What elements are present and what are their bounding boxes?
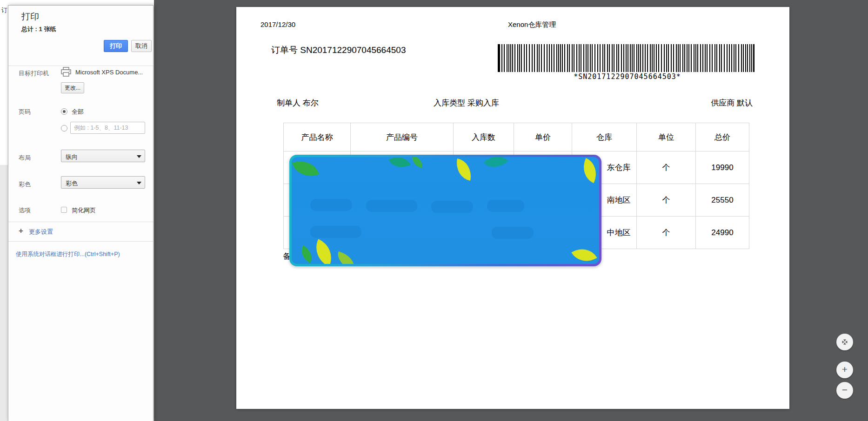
column-header: 入库数 [454, 123, 514, 151]
barcode [498, 44, 757, 72]
column-header: 仓库 [572, 123, 637, 151]
barcode-caption: *SN2017122907045664503* [498, 72, 757, 81]
chevron-down-icon [137, 155, 141, 158]
overlay-image-body [292, 157, 599, 264]
printer-icon [60, 67, 72, 77]
stock-type-field: 入库类型 采购入库 [434, 98, 499, 108]
chevron-down-icon [137, 182, 141, 184]
leaf-icon [409, 157, 425, 168]
plus-icon: + [19, 226, 23, 236]
leaf-icon [578, 158, 599, 183]
cell-unit: 个 [637, 217, 696, 249]
sheet-count-label: 总计 : 1 张纸 [21, 25, 56, 33]
pages-all-radio[interactable] [61, 108, 67, 115]
document-app-title: Xenon仓库管理 [508, 20, 556, 29]
print-preview-pane: 2017/12/30 Xenon仓库管理 订单号 SN2017122907045… [154, 0, 868, 421]
background-page [0, 0, 8, 421]
system-print-dialog-link[interactable]: 使用系统对话框进行打印...(Ctrl+Shift+P) [16, 250, 120, 258]
table-header-row: 产品名称 产品编号 入库数 单价 仓库 单位 总价 [284, 123, 749, 151]
pages-range-input[interactable] [70, 122, 145, 134]
cell-total: 19990 [696, 151, 749, 184]
blurred-text-blob [487, 200, 524, 212]
leaf-icon [335, 251, 357, 264]
column-header: 产品编号 [351, 123, 454, 151]
blurred-text-blob [366, 200, 417, 212]
leaf-icon [297, 245, 316, 263]
background-page-text: 订 [1, 6, 7, 14]
printer-name: Microsoft XPS Docume... [75, 69, 143, 76]
simplify-page-label: 简化网页 [72, 206, 96, 215]
options-label: 选项 [19, 206, 31, 215]
leaf-icon [571, 243, 597, 264]
document-date: 2017/12/30 [260, 20, 295, 28]
leaf-icon [454, 158, 474, 181]
cell-total: 25550 [696, 184, 749, 217]
column-header: 产品名称 [284, 123, 351, 151]
destination-label: 目标打印机 [19, 69, 49, 78]
color-select-value: 彩色 [66, 179, 78, 188]
creator-field: 制单人 布尔 [277, 98, 319, 108]
background-page-body [0, 165, 8, 421]
divider [8, 241, 153, 242]
overlay-image [289, 155, 601, 266]
zoom-out-button[interactable]: − [836, 382, 853, 399]
leaf-icon [484, 157, 508, 174]
order-number: 订单号 SN2017122907045664503 [271, 44, 406, 56]
blurred-text-blob [310, 199, 352, 211]
cell-unit: 个 [637, 184, 696, 217]
cell-unit: 个 [637, 151, 696, 184]
zoom-in-button[interactable]: + [836, 362, 853, 378]
leaf-icon [310, 239, 338, 264]
column-header: 单位 [637, 123, 696, 151]
column-header: 单价 [514, 123, 572, 151]
minus-icon: − [836, 382, 853, 398]
change-printer-button[interactable]: 更改... [61, 82, 84, 93]
pages-range-radio[interactable] [61, 125, 67, 132]
leaf-icon [292, 157, 320, 181]
divider [8, 66, 153, 66]
print-button[interactable]: 打印 [104, 40, 128, 52]
blurred-text-blob [310, 226, 361, 238]
print-dialog-title: 打印 [21, 11, 39, 23]
column-header: 总价 [696, 123, 749, 151]
cell-total: 24990 [696, 217, 749, 249]
preview-page: 2017/12/30 Xenon仓库管理 订单号 SN2017122907045… [236, 7, 789, 409]
simplify-page-checkbox[interactable] [61, 207, 67, 213]
more-settings-link[interactable]: 更多设置 [29, 228, 53, 236]
layout-select-value: 纵向 [66, 153, 78, 161]
pages-label: 页码 [19, 108, 31, 116]
pages-all-label: 全部 [72, 108, 84, 116]
supplier-field: 供应商 默认 [711, 98, 753, 108]
fit-to-page-button[interactable] [836, 334, 853, 350]
layout-select[interactable]: 纵向 [61, 150, 145, 162]
blurred-text-blob [431, 201, 473, 213]
leaf-icon [388, 157, 410, 172]
cancel-button[interactable]: 取消 [131, 40, 152, 52]
plus-icon: + [836, 362, 853, 377]
color-select[interactable]: 彩色 [61, 176, 145, 189]
color-label: 彩色 [19, 180, 31, 189]
layout-label: 布局 [19, 154, 31, 162]
fit-to-page-icon [840, 337, 849, 347]
divider [8, 222, 153, 222]
blurred-text-blob [492, 227, 534, 239]
print-dialog-panel: 打印 总计 : 1 张纸 打印 取消 目标打印机 Microsoft XPS D… [8, 5, 154, 421]
